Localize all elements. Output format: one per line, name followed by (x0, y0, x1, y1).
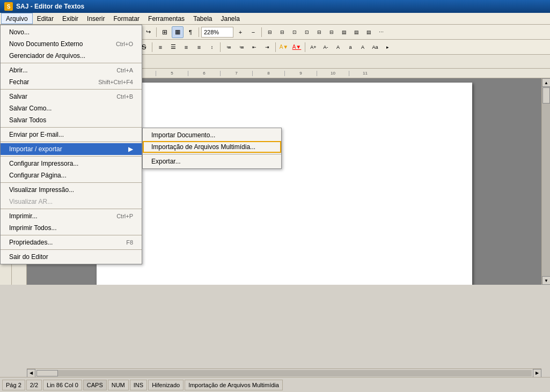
tb-extra4[interactable]: ⊡ (301, 26, 313, 38)
sep6 (261, 27, 262, 37)
sep-fmt2 (152, 42, 152, 52)
scrollbar-track[interactable] (542, 87, 550, 276)
tb-extra7[interactable]: ▤ (338, 26, 350, 38)
font-color-btn[interactable]: A▼ (291, 41, 303, 53)
menu-item-imprimir-todos[interactable]: Imprimir Todos... (1, 222, 142, 234)
menu-item-gerenciador[interactable]: Gerenciador de Arquivos... (1, 50, 142, 62)
submenu-sep (143, 154, 281, 154)
tb-extra5[interactable]: ⊟ (313, 26, 325, 38)
font-small-btn[interactable]: a (344, 41, 356, 53)
sep-fmt5 (305, 42, 305, 52)
scrollbar-horizontal[interactable]: ◀ ▶ (27, 368, 541, 377)
zoom-out-btn[interactable]: − (247, 26, 259, 38)
menu-item-salvar-todos[interactable]: Salvar Todos (1, 114, 142, 126)
ruler-mark-8: 8 (252, 71, 284, 76)
ruler-mark-11: 11 (349, 71, 381, 76)
menu-bar: Arquivo Editar Exibir Inserir Formatar F… (0, 13, 550, 25)
submenu-exportar[interactable]: Exportar... (143, 156, 281, 167)
menu-editar[interactable]: Editar (33, 13, 58, 24)
align-justify-btn[interactable]: ≡ (193, 41, 205, 53)
menu-item-enviar-email[interactable]: Enviar por E-mail... (1, 129, 142, 140)
sep5 (1, 156, 142, 157)
scroll-down-btn[interactable]: ▼ (542, 276, 550, 285)
menu-item-propriedades[interactable]: Propriedades... F8 (1, 236, 142, 248)
scroll-up-btn[interactable]: ▲ (542, 78, 550, 87)
status-caps: CAPS (83, 380, 107, 390)
menu-item-fechar[interactable]: Fechar Shift+Ctrl+F4 (1, 76, 142, 88)
arquivo-dropdown: Novo... Novo Documento Externo Ctrl+O Ge… (0, 25, 142, 264)
menu-item-importar-exportar[interactable]: Importar / exportar ▶ (1, 143, 142, 155)
scroll-h-thumb[interactable] (36, 370, 58, 376)
menu-tabela[interactable]: Tabela (189, 13, 216, 24)
status-ins: INS (130, 380, 147, 390)
ruler-mark-10: 10 (317, 71, 349, 76)
menu-item-config-pagina[interactable]: Configurar Página... (1, 169, 142, 181)
para-btn[interactable]: ¶ (185, 26, 196, 38)
importar-exportar-submenu: Importar Documento... Importação de Arqu… (142, 128, 282, 169)
align-right-btn[interactable]: ≡ (180, 41, 192, 53)
sep-fmt4 (275, 42, 276, 52)
list-unordered-btn[interactable]: ≔ (223, 41, 234, 53)
menu-janela[interactable]: Janela (217, 13, 244, 24)
tb-extra10[interactable]: ⋯ (375, 26, 387, 38)
scroll-right-btn[interactable]: ▶ (533, 369, 541, 378)
submenu-importar-doc[interactable]: Importar Documento... (143, 129, 281, 141)
align-center-btn[interactable]: ☰ (167, 41, 179, 53)
list-ordered-btn[interactable]: ≔ (236, 41, 247, 53)
menu-item-novo-externo[interactable]: Novo Documento Externo Ctrl+O (1, 38, 142, 50)
doc-page (97, 83, 472, 285)
table-btn[interactable]: ⊞ (159, 26, 171, 38)
menu-item-abrir[interactable]: Abrir... Ctrl+A (1, 64, 142, 76)
menu-item-sair[interactable]: Sair do Editor (1, 251, 142, 263)
status-num: NUM (108, 380, 129, 390)
table2-btn[interactable]: ▦ (172, 26, 184, 38)
submenu-importar-midia[interactable]: Importação de Arquivos Multimídia... (143, 141, 281, 153)
sep1 (1, 63, 142, 63)
tb-extra8[interactable]: ▤ (350, 26, 362, 38)
menu-item-novo[interactable]: Novo... (1, 26, 142, 38)
menu-item-config-impressora[interactable]: Configurar Impressora... (1, 158, 142, 169)
sep5 (199, 27, 199, 37)
sep4 (156, 27, 157, 37)
font-big-btn[interactable]: A (332, 41, 344, 53)
menu-exibir[interactable]: Exibir (58, 13, 83, 24)
menu-item-visualizar-imp[interactable]: Visualizar Impressão... (1, 184, 142, 196)
ruler-mark-7: 7 (220, 71, 252, 76)
zoom-input[interactable] (201, 27, 233, 38)
tb-extra1[interactable]: ⊟ (264, 26, 276, 38)
ruler-mark-5: 5 (156, 71, 188, 76)
scroll-h-track[interactable] (36, 370, 532, 376)
scrollbar-thumb[interactable] (542, 87, 550, 103)
menu-item-imprimir[interactable]: Imprimir... Ctrl+P (1, 210, 142, 222)
indent-btn[interactable]: ⇥ (261, 41, 273, 53)
sep4 (1, 142, 142, 142)
font-extra-btn[interactable]: ▸ (382, 41, 393, 53)
scroll-left-btn[interactable]: ◀ (27, 369, 35, 378)
font-aa-btn[interactable]: Aa (369, 41, 381, 53)
status-action: Importação de Arquivos Multimídia (185, 380, 283, 390)
sep6 (1, 182, 142, 183)
menu-arquivo[interactable]: Arquivo (1, 13, 33, 24)
font-dec-btn[interactable]: A- (320, 41, 332, 53)
align-left-btn[interactable]: ≡ (155, 41, 166, 53)
highlight-btn[interactable]: A▼ (278, 41, 290, 53)
redo-btn[interactable]: ↪ (142, 26, 154, 38)
zoom-in-btn[interactable]: + (234, 26, 246, 38)
sep8 (1, 235, 142, 235)
menu-formatar[interactable]: Formatar (109, 13, 144, 24)
tb-extra3[interactable]: ⊡ (289, 26, 300, 38)
menu-item-salvar-como[interactable]: Salvar Como... (1, 102, 142, 114)
font-inc-btn[interactable]: A+ (307, 41, 319, 53)
sep3 (1, 127, 142, 128)
font-a-btn[interactable]: A (357, 41, 369, 53)
tb-extra2[interactable]: ⊟ (276, 26, 288, 38)
menu-inserir[interactable]: Inserir (83, 13, 109, 24)
line-spacing-btn[interactable]: ↕ (206, 41, 218, 53)
tb-extra9[interactable]: ▤ (363, 26, 375, 38)
menu-ferramentas[interactable]: Ferramentas (144, 13, 189, 24)
outdent-btn[interactable]: ⇤ (248, 41, 260, 53)
status-line-col: Lin 86 Col 0 (43, 380, 82, 390)
scrollbar-vertical[interactable]: ▲ ▼ (541, 78, 550, 285)
tb-extra6[interactable]: ⊟ (326, 26, 338, 38)
menu-item-salvar[interactable]: Salvar Ctrl+B (1, 91, 142, 102)
